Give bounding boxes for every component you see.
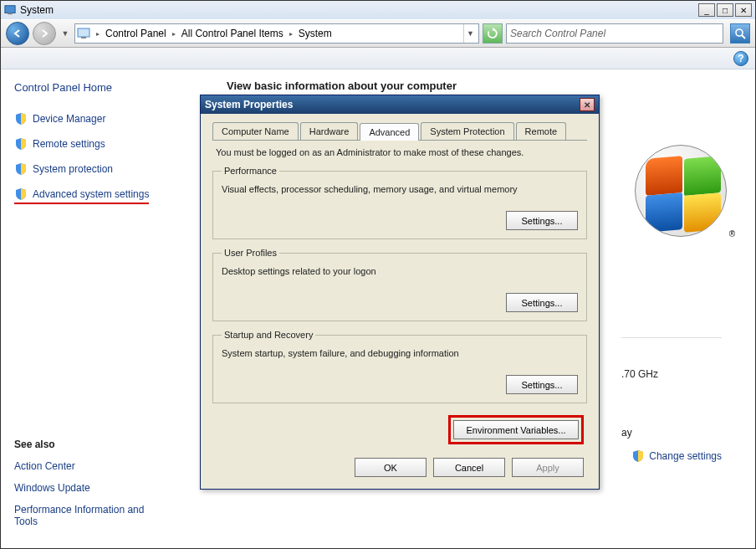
sidebar: Control Panel Home Device Manager Remote… bbox=[1, 69, 210, 549]
svg-rect-0 bbox=[5, 6, 15, 13]
ok-button[interactable]: OK bbox=[355, 458, 427, 477]
tab-remote[interactable]: Remote bbox=[516, 122, 567, 140]
startup-recovery-legend: Startup and Recovery bbox=[222, 330, 315, 340]
close-button[interactable]: ✕ bbox=[735, 3, 752, 17]
see-also-performance-info[interactable]: Performance Information and Tools bbox=[14, 504, 165, 527]
svg-rect-2 bbox=[78, 28, 89, 37]
sidebar-link-device-manager[interactable]: Device Manager bbox=[14, 112, 197, 126]
change-settings-label: Change settings bbox=[649, 450, 722, 462]
nav-history-dropdown[interactable]: ▼ bbox=[59, 23, 71, 44]
system-properties-dialog: System Properties ✕ Computer Name Hardwa… bbox=[200, 95, 600, 490]
see-also-action-center[interactable]: Action Center bbox=[14, 460, 197, 472]
sidebar-link-advanced-system-settings[interactable]: Advanced system settings bbox=[14, 187, 149, 204]
maximize-button[interactable]: □ bbox=[717, 3, 733, 17]
dialog-button-row: OK Cancel Apply bbox=[212, 453, 587, 479]
dialog-tabs: Computer Name Hardware Advanced System P… bbox=[212, 122, 587, 141]
environment-variables-button[interactable]: Environment Variables... bbox=[453, 420, 579, 439]
breadcrumb-seg-1[interactable]: All Control Panel Items bbox=[178, 24, 287, 43]
performance-settings-button[interactable]: Settings... bbox=[506, 211, 578, 230]
window-buttons: _ □ ✕ bbox=[697, 3, 752, 17]
toolbar-strip: ? bbox=[1, 48, 755, 69]
address-dropdown[interactable]: ▼ bbox=[463, 24, 477, 43]
chevron-right-icon: ▸ bbox=[287, 30, 295, 38]
breadcrumb-seg-0[interactable]: Control Panel bbox=[102, 24, 170, 43]
sidebar-link-label: Advanced system settings bbox=[33, 188, 149, 200]
address-bar[interactable]: ▸ Control Panel ▸ All Control Panel Item… bbox=[74, 23, 479, 44]
change-settings-link[interactable]: Change settings bbox=[631, 449, 722, 463]
environment-variables-highlight: Environment Variables... bbox=[448, 415, 584, 444]
registered-mark: ® bbox=[729, 229, 735, 239]
dialog-close-button[interactable]: ✕ bbox=[580, 98, 595, 111]
search-button[interactable] bbox=[730, 23, 750, 44]
sidebar-link-label: Remote settings bbox=[33, 138, 105, 150]
shield-icon bbox=[14, 162, 28, 176]
window-titlebar: System _ □ ✕ bbox=[1, 1, 755, 19]
computer-icon bbox=[77, 27, 90, 40]
sidebar-link-label: Device Manager bbox=[33, 113, 105, 125]
page-heading: View basic information about your comput… bbox=[227, 80, 738, 92]
cpu-ghz-fragment: .70 GHz bbox=[621, 368, 722, 380]
startup-recovery-desc: System startup, system failure, and debu… bbox=[222, 348, 578, 358]
text-fragment: ay bbox=[621, 427, 722, 439]
apply-button[interactable]: Apply bbox=[512, 458, 584, 477]
sidebar-link-system-protection[interactable]: System protection bbox=[14, 162, 197, 176]
svg-rect-3 bbox=[81, 37, 86, 38]
user-profiles-group: User Profiles Desktop settings related t… bbox=[212, 248, 587, 321]
help-icon[interactable]: ? bbox=[733, 51, 748, 66]
control-panel-home-link[interactable]: Control Panel Home bbox=[14, 81, 197, 94]
tab-advanced[interactable]: Advanced bbox=[360, 123, 419, 141]
admin-note: You must be logged on as an Administrato… bbox=[216, 147, 584, 157]
startup-recovery-settings-button[interactable]: Settings... bbox=[506, 375, 578, 394]
sidebar-link-remote-settings[interactable]: Remote settings bbox=[14, 137, 197, 151]
back-button[interactable] bbox=[6, 22, 29, 45]
forward-button[interactable] bbox=[33, 22, 56, 45]
performance-group: Performance Visual effects, processor sc… bbox=[212, 166, 587, 239]
startup-recovery-group: Startup and Recovery System startup, sys… bbox=[212, 330, 587, 403]
user-profiles-legend: User Profiles bbox=[222, 248, 279, 258]
dialog-titlebar[interactable]: System Properties ✕ bbox=[201, 95, 599, 114]
performance-legend: Performance bbox=[222, 166, 279, 176]
tab-hardware[interactable]: Hardware bbox=[300, 122, 359, 140]
refresh-button[interactable] bbox=[483, 23, 503, 44]
see-also-windows-update[interactable]: Windows Update bbox=[14, 482, 197, 494]
shield-icon bbox=[14, 187, 28, 201]
dialog-body: Computer Name Hardware Advanced System P… bbox=[201, 114, 599, 489]
svg-rect-1 bbox=[8, 13, 12, 15]
shield-icon bbox=[14, 112, 28, 126]
svg-point-4 bbox=[736, 29, 743, 36]
tab-computer-name[interactable]: Computer Name bbox=[212, 122, 299, 140]
shield-icon bbox=[631, 449, 645, 463]
see-also-section: See also Action Center Windows Update Pe… bbox=[14, 439, 197, 527]
chevron-right-icon: ▸ bbox=[94, 30, 102, 38]
shield-icon bbox=[14, 137, 28, 151]
breadcrumb-seg-2[interactable]: System bbox=[295, 24, 335, 43]
chevron-right-icon: ▸ bbox=[170, 30, 178, 38]
user-profiles-desc: Desktop settings related to your logon bbox=[222, 266, 578, 276]
sidebar-link-label: System protection bbox=[33, 163, 113, 175]
search-placeholder: Search Control Panel bbox=[510, 28, 719, 39]
user-profiles-settings-button[interactable]: Settings... bbox=[506, 293, 578, 312]
partial-info-text: .70 GHz ay bbox=[621, 337, 722, 445]
dialog-title: System Properties bbox=[205, 99, 293, 110]
svg-line-5 bbox=[742, 35, 745, 38]
tab-system-protection[interactable]: System Protection bbox=[421, 122, 513, 140]
system-icon bbox=[4, 4, 16, 16]
minimize-button[interactable]: _ bbox=[698, 3, 715, 17]
search-input[interactable]: Search Control Panel bbox=[506, 23, 723, 44]
performance-desc: Visual effects, processor scheduling, me… bbox=[222, 184, 578, 194]
window-title: System bbox=[20, 4, 54, 16]
cancel-button[interactable]: Cancel bbox=[433, 458, 505, 477]
nav-bar: ▼ ▸ Control Panel ▸ All Control Panel It… bbox=[1, 19, 755, 48]
see-also-heading: See also bbox=[14, 439, 197, 450]
windows-logo: ® bbox=[635, 145, 727, 237]
